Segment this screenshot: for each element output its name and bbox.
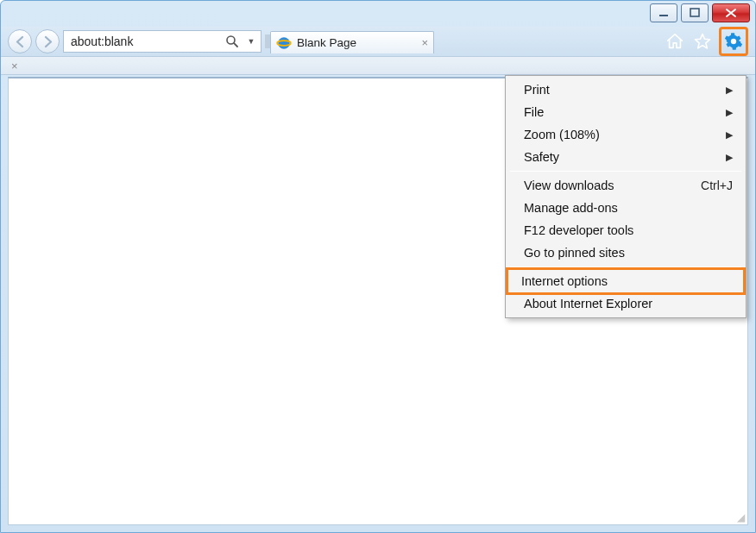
menu-item-label: Zoom (108%)	[524, 128, 600, 141]
svg-point-6	[278, 37, 290, 49]
menu-item-label: Print	[524, 83, 550, 97]
svg-rect-1	[690, 9, 699, 16]
menu-item-f12-developer-tools[interactable]: F12 developer tools	[508, 219, 743, 241]
secondary-tab-close[interactable]: ×	[11, 60, 18, 72]
maximize-button[interactable]	[681, 3, 709, 22]
menu-item-internet-options[interactable]: Internet options	[506, 267, 746, 295]
tab-title: Blank Page	[297, 36, 356, 49]
search-dropdown-icon[interactable]: ▼	[244, 34, 258, 48]
url-input[interactable]	[71, 34, 222, 48]
menu-item-go-to-pinned-sites[interactable]: Go to pinned sites	[508, 241, 743, 264]
menu-shortcut: Ctrl+J	[701, 179, 733, 192]
submenu-arrow-icon: ▶	[726, 129, 733, 141]
menu-item-zoom-108[interactable]: Zoom (108%)▶	[508, 123, 743, 146]
navigation-toolbar: ▼ Blank Page ×	[1, 27, 755, 56]
tools-button-highlight	[719, 27, 748, 56]
tab-close-button[interactable]: ×	[421, 37, 428, 48]
submenu-arrow-icon: ▶	[726, 107, 733, 118]
svg-point-8	[731, 39, 736, 44]
menu-item-view-downloads[interactable]: View downloadsCtrl+J	[508, 174, 743, 197]
menu-item-manage-add-ons[interactable]: Manage add-ons	[508, 197, 743, 219]
close-window-button[interactable]	[712, 3, 750, 22]
browser-window: ▼ Blank Page ×	[0, 0, 756, 533]
menu-item-file[interactable]: File▶	[508, 101, 743, 123]
tools-button[interactable]	[722, 30, 745, 53]
menu-item-label: Safety	[524, 150, 559, 164]
tools-menu: Print▶File▶Zoom (108%)▶Safety▶View downl…	[505, 75, 747, 318]
minimize-button[interactable]	[650, 3, 677, 22]
submenu-arrow-icon: ▶	[726, 152, 733, 163]
menu-item-safety[interactable]: Safety▶	[508, 146, 743, 168]
menu-item-about-internet-explorer[interactable]: About Internet Explorer	[508, 292, 743, 315]
tab-blank-page[interactable]: Blank Page ×	[270, 31, 434, 53]
menu-item-label: View downloads	[524, 179, 614, 192]
toolbar-right-icons	[664, 27, 750, 56]
favorites-button[interactable]	[691, 30, 714, 53]
gear-icon	[724, 32, 743, 51]
address-bar[interactable]: ▼	[63, 30, 261, 53]
back-button[interactable]	[8, 29, 32, 53]
svg-line-5	[234, 43, 237, 47]
secondary-tab-bar: ×	[1, 56, 755, 75]
menu-item-label: File	[524, 105, 544, 119]
forward-button[interactable]	[35, 29, 60, 53]
resize-grip-icon: ◢	[734, 511, 747, 524]
window-titlebar	[1, 1, 755, 27]
menu-separator	[510, 171, 741, 172]
submenu-arrow-icon: ▶	[726, 85, 733, 96]
menu-item-print[interactable]: Print▶	[508, 78, 743, 101]
search-icon[interactable]	[225, 34, 239, 48]
menu-item-label: Go to pinned sites	[524, 246, 625, 260]
svg-rect-0	[659, 15, 668, 16]
ie-logo-icon	[276, 35, 292, 51]
tab-strip: Blank Page ×	[270, 29, 434, 53]
home-button[interactable]	[664, 30, 686, 53]
menu-item-label: Manage add-ons	[524, 201, 618, 215]
menu-item-label: Internet options	[521, 274, 608, 288]
menu-item-label: F12 developer tools	[524, 223, 633, 237]
menu-item-label: About Internet Explorer	[524, 297, 652, 310]
